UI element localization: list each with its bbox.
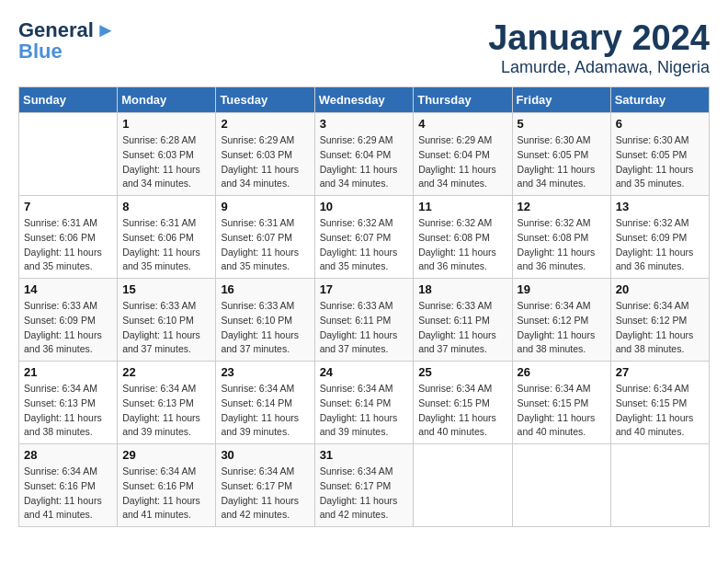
logo: General► Blue <box>18 18 116 63</box>
day-info: Sunrise: 6:28 AMSunset: 6:03 PMDaylight:… <box>122 133 210 191</box>
page-header: General► Blue January 2024 Lamurde, Adam… <box>18 18 710 77</box>
calendar-cell: 31Sunrise: 6:34 AMSunset: 6:17 PMDayligh… <box>314 444 414 527</box>
day-info: Sunrise: 6:31 AMSunset: 6:07 PMDaylight:… <box>221 216 309 274</box>
calendar-cell: 28Sunrise: 6:34 AMSunset: 6:16 PMDayligh… <box>19 444 118 527</box>
calendar-cell: 9Sunrise: 6:31 AMSunset: 6:07 PMDaylight… <box>216 196 314 279</box>
day-number: 7 <box>24 200 112 213</box>
calendar-cell: 18Sunrise: 6:33 AMSunset: 6:11 PMDayligh… <box>414 279 512 362</box>
calendar-title: January 2024 <box>488 18 710 58</box>
day-number: 19 <box>518 282 606 296</box>
calendar-cell: 5Sunrise: 6:30 AMSunset: 6:05 PMDaylight… <box>512 113 610 196</box>
calendar-cell: 24Sunrise: 6:34 AMSunset: 6:14 PMDayligh… <box>314 362 414 444</box>
day-number: 17 <box>320 282 409 296</box>
day-number: 25 <box>418 365 506 379</box>
calendar-cell: 30Sunrise: 6:34 AMSunset: 6:17 PMDayligh… <box>216 444 314 527</box>
calendar-cell: 21Sunrise: 6:34 AMSunset: 6:13 PMDayligh… <box>19 362 118 444</box>
day-number: 24 <box>320 365 409 379</box>
calendar-cell: 14Sunrise: 6:33 AMSunset: 6:09 PMDayligh… <box>19 279 118 362</box>
day-info: Sunrise: 6:29 AMSunset: 6:04 PMDaylight:… <box>418 133 506 191</box>
calendar-cell: 17Sunrise: 6:33 AMSunset: 6:11 PMDayligh… <box>314 279 414 362</box>
day-number: 31 <box>320 448 409 462</box>
day-number: 21 <box>24 365 112 379</box>
calendar-cell: 6Sunrise: 6:30 AMSunset: 6:05 PMDaylight… <box>610 113 709 196</box>
calendar-table: SundayMondayTuesdayWednesdayThursdayFrid… <box>18 86 710 527</box>
header-day-thursday: Thursday <box>414 87 512 113</box>
day-info: Sunrise: 6:32 AMSunset: 6:07 PMDaylight:… <box>320 216 409 274</box>
day-info: Sunrise: 6:34 AMSunset: 6:15 PMDaylight:… <box>518 382 606 440</box>
calendar-cell: 4Sunrise: 6:29 AMSunset: 6:04 PMDaylight… <box>414 113 512 196</box>
header-day-sunday: Sunday <box>19 87 118 113</box>
day-number: 13 <box>616 200 704 213</box>
calendar-cell <box>512 444 610 527</box>
calendar-cell: 26Sunrise: 6:34 AMSunset: 6:15 PMDayligh… <box>512 362 610 444</box>
calendar-cell: 3Sunrise: 6:29 AMSunset: 6:04 PMDaylight… <box>314 113 414 196</box>
calendar-cell: 29Sunrise: 6:34 AMSunset: 6:16 PMDayligh… <box>118 444 216 527</box>
day-info: Sunrise: 6:30 AMSunset: 6:05 PMDaylight:… <box>616 133 704 191</box>
day-number: 10 <box>320 200 409 213</box>
calendar-week-1: 1Sunrise: 6:28 AMSunset: 6:03 PMDaylight… <box>19 113 710 196</box>
day-info: Sunrise: 6:34 AMSunset: 6:13 PMDaylight:… <box>122 382 210 440</box>
day-info: Sunrise: 6:34 AMSunset: 6:17 PMDaylight:… <box>221 465 309 523</box>
day-info: Sunrise: 6:34 AMSunset: 6:15 PMDaylight:… <box>418 382 506 440</box>
day-number: 26 <box>518 365 606 379</box>
header-day-friday: Friday <box>512 87 610 113</box>
calendar-subtitle: Lamurde, Adamawa, Nigeria <box>488 58 710 77</box>
day-number: 20 <box>616 282 704 296</box>
day-number: 14 <box>24 282 112 296</box>
day-number: 3 <box>320 117 409 131</box>
calendar-cell: 20Sunrise: 6:34 AMSunset: 6:12 PMDayligh… <box>610 279 709 362</box>
calendar-cell: 7Sunrise: 6:31 AMSunset: 6:06 PMDaylight… <box>19 196 118 279</box>
calendar-body: 1Sunrise: 6:28 AMSunset: 6:03 PMDaylight… <box>19 113 710 527</box>
calendar-cell <box>19 113 118 196</box>
day-number: 28 <box>24 448 112 462</box>
calendar-week-3: 14Sunrise: 6:33 AMSunset: 6:09 PMDayligh… <box>19 279 710 362</box>
day-number: 6 <box>616 117 704 131</box>
header-day-saturday: Saturday <box>610 87 709 113</box>
day-info: Sunrise: 6:31 AMSunset: 6:06 PMDaylight:… <box>24 216 112 274</box>
calendar-cell: 8Sunrise: 6:31 AMSunset: 6:06 PMDaylight… <box>118 196 216 279</box>
day-info: Sunrise: 6:34 AMSunset: 6:12 PMDaylight:… <box>616 299 704 357</box>
calendar-cell: 19Sunrise: 6:34 AMSunset: 6:12 PMDayligh… <box>512 279 610 362</box>
title-section: January 2024 Lamurde, Adamawa, Nigeria <box>488 18 710 77</box>
day-number: 30 <box>221 448 309 462</box>
calendar-cell: 23Sunrise: 6:34 AMSunset: 6:14 PMDayligh… <box>216 362 314 444</box>
day-number: 1 <box>122 117 210 131</box>
day-info: Sunrise: 6:34 AMSunset: 6:17 PMDaylight:… <box>320 465 409 523</box>
day-number: 8 <box>122 200 210 213</box>
day-info: Sunrise: 6:34 AMSunset: 6:13 PMDaylight:… <box>24 382 112 440</box>
day-number: 23 <box>221 365 309 379</box>
calendar-week-2: 7Sunrise: 6:31 AMSunset: 6:06 PMDaylight… <box>19 196 710 279</box>
day-number: 5 <box>518 117 606 131</box>
day-info: Sunrise: 6:34 AMSunset: 6:12 PMDaylight:… <box>518 299 606 357</box>
header-day-tuesday: Tuesday <box>216 87 314 113</box>
calendar-cell: 11Sunrise: 6:32 AMSunset: 6:08 PMDayligh… <box>414 196 512 279</box>
day-info: Sunrise: 6:33 AMSunset: 6:09 PMDaylight:… <box>24 299 112 357</box>
logo-text: General► <box>18 18 116 41</box>
day-info: Sunrise: 6:34 AMSunset: 6:14 PMDaylight:… <box>221 382 309 440</box>
calendar-cell: 1Sunrise: 6:28 AMSunset: 6:03 PMDaylight… <box>118 113 216 196</box>
calendar-cell: 22Sunrise: 6:34 AMSunset: 6:13 PMDayligh… <box>118 362 216 444</box>
day-number: 27 <box>616 365 704 379</box>
calendar-cell: 12Sunrise: 6:32 AMSunset: 6:08 PMDayligh… <box>512 196 610 279</box>
day-number: 9 <box>221 200 309 213</box>
day-info: Sunrise: 6:29 AMSunset: 6:04 PMDaylight:… <box>320 133 409 191</box>
day-info: Sunrise: 6:33 AMSunset: 6:11 PMDaylight:… <box>320 299 409 357</box>
logo-line2: Blue <box>18 40 63 63</box>
day-number: 2 <box>221 117 309 131</box>
day-number: 22 <box>122 365 210 379</box>
calendar-cell: 13Sunrise: 6:32 AMSunset: 6:09 PMDayligh… <box>610 196 709 279</box>
calendar-cell: 27Sunrise: 6:34 AMSunset: 6:15 PMDayligh… <box>610 362 709 444</box>
day-number: 15 <box>122 282 210 296</box>
day-info: Sunrise: 6:30 AMSunset: 6:05 PMDaylight:… <box>518 133 606 191</box>
day-info: Sunrise: 6:31 AMSunset: 6:06 PMDaylight:… <box>122 216 210 274</box>
calendar-week-5: 28Sunrise: 6:34 AMSunset: 6:16 PMDayligh… <box>19 444 710 527</box>
day-info: Sunrise: 6:34 AMSunset: 6:16 PMDaylight:… <box>24 465 112 523</box>
day-info: Sunrise: 6:29 AMSunset: 6:03 PMDaylight:… <box>221 133 309 191</box>
day-info: Sunrise: 6:34 AMSunset: 6:16 PMDaylight:… <box>122 465 210 523</box>
day-info: Sunrise: 6:32 AMSunset: 6:09 PMDaylight:… <box>616 216 704 274</box>
day-number: 18 <box>418 282 506 296</box>
calendar-cell: 25Sunrise: 6:34 AMSunset: 6:15 PMDayligh… <box>414 362 512 444</box>
day-number: 16 <box>221 282 309 296</box>
calendar-cell: 16Sunrise: 6:33 AMSunset: 6:10 PMDayligh… <box>216 279 314 362</box>
calendar-header-row: SundayMondayTuesdayWednesdayThursdayFrid… <box>19 87 710 113</box>
